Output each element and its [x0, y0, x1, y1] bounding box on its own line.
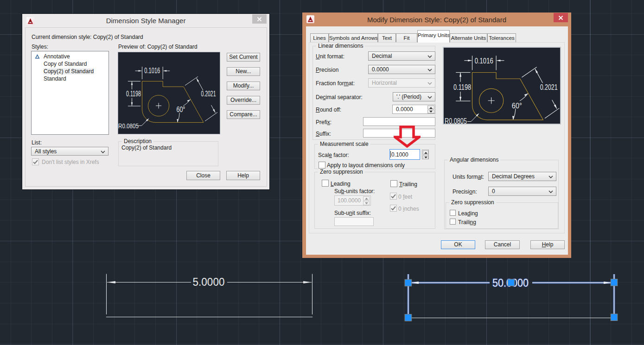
- svg-text:R0.0805: R0.0805: [445, 117, 467, 125]
- svg-text:0.2021: 0.2021: [540, 83, 558, 91]
- svg-text:5.0000: 5.0000: [193, 276, 225, 288]
- svg-text:0.1016: 0.1016: [475, 57, 493, 65]
- svg-text:60°: 60°: [512, 102, 522, 110]
- svg-text:0.1198: 0.1198: [453, 83, 471, 91]
